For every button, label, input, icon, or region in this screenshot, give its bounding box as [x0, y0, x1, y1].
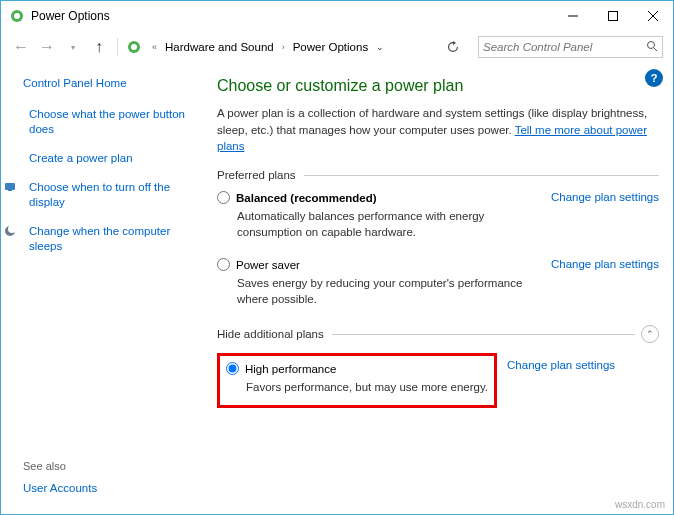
refresh-button[interactable]	[442, 40, 464, 54]
see-also-label: See also	[23, 460, 195, 472]
power-saver-desc: Saves energy by reducing your computer's…	[217, 275, 541, 307]
svg-line-9	[654, 48, 657, 51]
change-balanced-link[interactable]: Change plan settings	[551, 191, 659, 254]
back-button[interactable]: ←	[11, 37, 31, 57]
balanced-desc: Automatically balances performance with …	[217, 208, 541, 240]
breadcrumb[interactable]: « Hardware and Sound › Power Options ⌄	[148, 39, 436, 55]
window-title: Power Options	[31, 9, 553, 23]
sidebar-link-power-button[interactable]: Choose what the power button does	[23, 107, 195, 137]
up-button[interactable]: ↑	[89, 37, 109, 57]
moon-icon	[3, 224, 17, 238]
svg-rect-11	[8, 190, 12, 191]
search-input[interactable]	[483, 41, 646, 53]
shield-icon	[3, 180, 17, 194]
minimize-button[interactable]	[553, 1, 593, 31]
svg-point-1	[14, 13, 20, 19]
title-bar: Power Options	[1, 1, 673, 31]
close-button[interactable]	[633, 1, 673, 31]
highlight-box: High performance Favors performance, but…	[217, 353, 497, 408]
navigation-bar: ← → ▾ ↑ « Hardware and Sound › Power Opt…	[1, 31, 673, 63]
power-saver-radio[interactable]	[217, 258, 230, 271]
svg-point-7	[131, 44, 137, 50]
svg-rect-10	[5, 183, 15, 190]
high-performance-desc: Favors performance, but may use more ene…	[226, 379, 488, 395]
address-icon	[126, 39, 142, 55]
sidebar-link-turn-off-display[interactable]: Choose when to turn off the display	[23, 180, 195, 210]
search-icon[interactable]	[646, 38, 658, 56]
forward-button[interactable]: →	[37, 37, 57, 57]
change-saver-link[interactable]: Change plan settings	[551, 258, 659, 321]
preferred-plans-section: Preferred plans	[217, 169, 659, 181]
breadcrumb-hardware[interactable]: Hardware and Sound	[161, 39, 278, 55]
high-performance-radio[interactable]	[226, 362, 239, 375]
svg-point-13	[8, 225, 16, 233]
sidebar: Control Panel Home Choose what the power…	[1, 63, 211, 514]
search-box[interactable]	[478, 36, 663, 58]
main-panel: Choose or customize a power plan A power…	[211, 63, 673, 514]
sidebar-link-create-plan[interactable]: Create a power plan	[23, 151, 195, 166]
sidebar-link-sleep[interactable]: Change when the computer sleeps	[23, 224, 195, 254]
recent-dropdown[interactable]: ▾	[63, 37, 83, 57]
balanced-label[interactable]: Balanced (recommended)	[236, 192, 377, 204]
balanced-radio[interactable]	[217, 191, 230, 204]
power-saver-label[interactable]: Power saver	[236, 259, 300, 271]
intro-text: A power plan is a collection of hardware…	[217, 105, 659, 155]
power-options-icon	[9, 8, 25, 24]
separator	[117, 38, 118, 56]
change-high-link[interactable]: Change plan settings	[507, 353, 615, 371]
svg-point-8	[648, 42, 655, 49]
page-title: Choose or customize a power plan	[217, 77, 659, 95]
watermark: wsxdn.com	[615, 499, 665, 510]
svg-rect-3	[609, 12, 618, 21]
control-panel-home-link[interactable]: Control Panel Home	[23, 77, 195, 89]
high-performance-label[interactable]: High performance	[245, 363, 336, 375]
user-accounts-link[interactable]: User Accounts	[23, 482, 195, 494]
collapse-icon[interactable]: ⌃	[641, 325, 659, 343]
hide-additional-section[interactable]: Hide additional plans ⌃	[217, 325, 659, 343]
breadcrumb-dropdown[interactable]: ⌄	[376, 42, 384, 52]
chevron-icon: ›	[278, 42, 289, 52]
breadcrumb-power[interactable]: Power Options	[289, 39, 372, 55]
chevron-icon[interactable]: «	[148, 42, 161, 52]
maximize-button[interactable]	[593, 1, 633, 31]
